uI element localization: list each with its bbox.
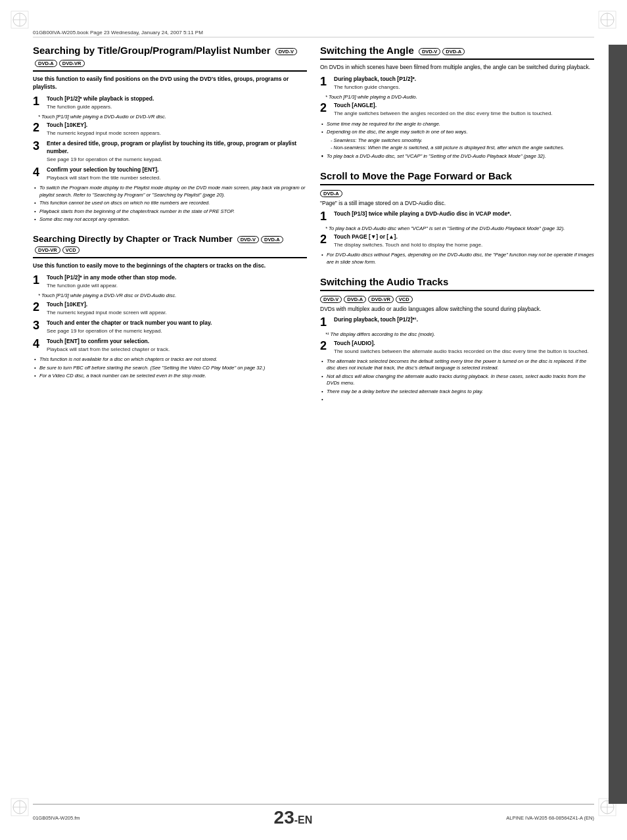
step-a-2: 2 Touch [ANGLE]. The angle switches betw… xyxy=(320,102,594,117)
badge-dvda-a: DVD-A xyxy=(442,48,465,55)
step-title: During playback, touch [P1/2]*. xyxy=(334,76,594,83)
bullet-scroll-1: For DVD-Audio discs without Pages, depen… xyxy=(320,252,594,266)
bullet-s2-1: This function is not available for a dis… xyxy=(33,356,307,363)
step-title: During playback, touch [P1/2]*¹. xyxy=(334,316,594,324)
corner-mark-tl xyxy=(10,10,30,30)
badge-dvda-audio: DVD-A xyxy=(344,296,366,303)
step-title: Touch [P1/2]* while playback is stopped. xyxy=(47,95,307,103)
step-title: Touch and enter the chapter or track num… xyxy=(47,319,307,327)
step-title: Touch [10KEY]. xyxy=(47,301,307,309)
badge-dvda-scroll: DVD-A xyxy=(320,190,342,197)
section-angle: Switching the Angle DVD-VDVD-A On DVDs i… xyxy=(320,45,594,161)
step-desc: The sound switches between the alternate… xyxy=(334,348,594,355)
step-a-1: 1 During playback, touch [P1/2]*. The fu… xyxy=(320,76,594,91)
step-au-1: 1 During playback, touch [P1/2]*¹. xyxy=(320,316,594,328)
step-title: Touch [P1/2]* in any mode other than sto… xyxy=(47,274,307,282)
step-desc: Playback will start from the title numbe… xyxy=(47,174,307,181)
bullet-3: Playback starts from the beginning of th… xyxy=(33,208,307,216)
section-title-scroll: Scroll to Move the Page Forward or Back xyxy=(320,170,594,185)
step-title: Touch [AUDIO]. xyxy=(334,340,594,348)
badge-vcd-2: VCD xyxy=(62,246,80,254)
intro-text-2: Use this function to easily move to the … xyxy=(33,262,307,270)
step-desc: The angle switches between the angles re… xyxy=(334,110,594,117)
corner-mark-bl xyxy=(10,797,30,817)
badge-dvdv-1: DVD-V xyxy=(275,48,297,55)
step-desc: See page 19 for operation of the numeric… xyxy=(47,327,307,335)
section-searching-chapter: Searching Directly by Chapter or Track N… xyxy=(33,234,307,381)
header-bar: 01GB00IVA-W205.book Page 23 Wednesday, J… xyxy=(33,30,594,37)
step-1-3: 3 Enter a desired title, group, program … xyxy=(33,140,307,163)
section-title-searching-title: Searching by Title/Group/Program/Playlis… xyxy=(33,45,307,72)
section-title-audio: Switching the Audio Tracks xyxy=(320,276,594,291)
note-1: * Touch [P1/3] while playing a DVD-Audio… xyxy=(33,114,307,121)
bullet-au-2: Not all discs will allow changing the al… xyxy=(320,373,594,387)
step-au-2: 2 Touch [AUDIO]. The sound switches betw… xyxy=(320,340,594,355)
bullet-au-1: The alternate track selected becomes the… xyxy=(320,358,594,372)
bullet-s2-3: For a Video CD disc, a track number can … xyxy=(33,373,307,380)
main-content: Searching by Title/Group/Program/Playlis… xyxy=(33,45,594,804)
note-audio-1: *¹ The display differs according to the … xyxy=(320,331,594,338)
badge-dvda-2: DVD-A xyxy=(261,236,283,243)
step-1-4: 4 Confirm your selection by touching [EN… xyxy=(33,166,307,181)
intro-text-1: Use this function to easily find positio… xyxy=(33,76,307,91)
badge-dvdv-2: DVD-V xyxy=(237,236,259,243)
footer-center: 23-EN xyxy=(274,807,313,828)
step-1-2: 2 Touch [10KEY]. The numeric keypad inpu… xyxy=(33,122,307,137)
dark-band xyxy=(609,45,627,804)
bullet-a-extra: To play back a DVD-Audio disc, set "VCAP… xyxy=(320,153,594,160)
step-title: Touch [P1/3] twice while playing a DVD-A… xyxy=(334,210,594,218)
footer: 01GB05IVA-W205.fm 23-EN ALPINE IVA-W205 … xyxy=(33,804,594,828)
badge-dvdv-a: DVD-V xyxy=(419,48,440,55)
bullet-2: This function cannot be used on discs on… xyxy=(33,200,307,207)
right-column: Switching the Angle DVD-VDVD-A On DVDs i… xyxy=(320,45,594,804)
step-title: Touch [ENT] to confirm your selection. xyxy=(47,338,307,346)
bullet-a-2: Depending on the disc, the angle may swi… xyxy=(320,129,594,136)
intro-text-angle: On DVDs in which scenes have been filmed… xyxy=(320,64,594,72)
badge-dvda-1: DVD-A xyxy=(35,60,57,67)
page-number: 23 xyxy=(274,807,294,828)
step-title: Touch [ANGLE]. xyxy=(334,102,594,110)
note-2: * Touch [P1/3] while playing a DVD-VR di… xyxy=(33,292,307,300)
step-desc: Playback will start from the selected ch… xyxy=(47,346,307,353)
section-scroll: Scroll to Move the Page Forward or Back … xyxy=(320,170,594,267)
badge-dvdvr-1: DVD-VR xyxy=(59,60,85,67)
step-2-2: 2 Touch [10KEY]. The numeric keypad inpu… xyxy=(33,301,307,316)
step-desc: The function guide changes. xyxy=(334,83,594,91)
bullet-au-3: There may be a delay before the selected… xyxy=(320,388,594,396)
step-desc: See page 19 for operation of the numeric… xyxy=(47,156,307,163)
left-column: Searching by Title/Group/Program/Playlis… xyxy=(33,45,307,804)
step-s-1: 1 Touch [P1/3] twice while playing a DVD… xyxy=(320,210,594,222)
section-audio: Switching the Audio Tracks DVD-VDVD-ADVD… xyxy=(320,276,594,396)
step-title: Touch [10KEY]. xyxy=(47,122,307,129)
badge-dvdvr-2: DVD-VR xyxy=(35,246,60,254)
header-filename: 01GB00IVA-W205.book Page 23 Wednesday, J… xyxy=(33,30,203,35)
page-num-en: -EN xyxy=(294,814,313,826)
bullet-4: Some disc may not accept any operation. xyxy=(33,216,307,223)
section-title-searching-chapter: Searching Directly by Chapter or Track N… xyxy=(33,234,307,258)
scroll-intro: "Page" is a still image stored on a DVD-… xyxy=(320,200,594,206)
step-s-2: 2 Touch PAGE [▼] or [▲]. The display swi… xyxy=(320,233,594,248)
step-desc: The numeric keypad input mode screen app… xyxy=(47,129,307,137)
badge-dvdv-audio: DVD-V xyxy=(320,296,342,303)
sub-bullet-a-2: - Non-seamless: When the angle is switch… xyxy=(320,145,594,152)
bullet-1: To switch the Program mode display to th… xyxy=(33,185,307,198)
section-badges-angle: DVD-VDVD-A xyxy=(417,45,465,56)
step-desc: The function guide will appear. xyxy=(47,282,307,289)
corner-mark-tr xyxy=(597,10,617,30)
audio-intro: DVDs with multiplex audio or audio langu… xyxy=(320,306,594,312)
step-2-3: 3 Touch and enter the chapter or track n… xyxy=(33,319,307,335)
step-title: Enter a desired title, group, program or… xyxy=(47,140,307,156)
sub-bullet-a-1: - Seamless: The angle switches smoothly. xyxy=(320,137,594,145)
section-title-angle: Switching the Angle DVD-VDVD-A xyxy=(320,45,594,60)
step-title: Touch PAGE [▼] or [▲]. xyxy=(334,233,594,241)
bullet-a-1: Some time may be required for the angle … xyxy=(320,121,594,128)
badge-vcd-audio: VCD xyxy=(396,296,413,303)
badge-dvdvr-audio: DVD-VR xyxy=(368,296,394,303)
footer-right: ALPINE IVA-W205 68-08564Z41-A (EN) xyxy=(506,815,594,821)
step-desc: The numeric keypad input mode screen wil… xyxy=(47,309,307,316)
step-2-4: 4 Touch [ENT] to confirm your selection.… xyxy=(33,338,307,353)
footer-left: 01GB05IVA-W205.fm xyxy=(33,815,80,821)
step-1-1: 1 Touch [P1/2]* while playback is stoppe… xyxy=(33,95,307,110)
step-2-1: 1 Touch [P1/2]* in any mode other than s… xyxy=(33,274,307,289)
step-desc: The display switches. Touch and hold to … xyxy=(334,241,594,248)
